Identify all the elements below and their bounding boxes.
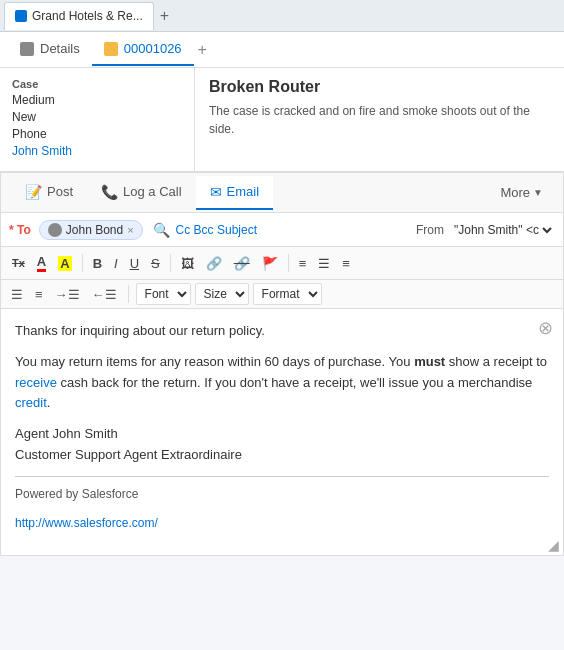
- sig-name: Agent John Smith: [15, 426, 118, 441]
- browser-tabs: Grand Hotels & Re... +: [0, 0, 564, 32]
- unlink-icon: 🔗: [234, 256, 250, 271]
- to-label: * To: [9, 223, 31, 237]
- browser-tab-label: Grand Hotels & Re...: [32, 9, 143, 23]
- from-label: From: [416, 223, 444, 237]
- email-icon: ✉: [210, 184, 222, 200]
- sig-title: Customer Support Agent Extraordinaire: [15, 447, 242, 462]
- powered-by: Powered by Salesforce: [15, 485, 549, 504]
- browser-tab-grand-hotels[interactable]: Grand Hotels & Re...: [4, 2, 154, 30]
- chevron-down-icon: ▼: [533, 187, 543, 198]
- indent-icon: →☰: [55, 287, 80, 302]
- separator-3: [288, 254, 289, 272]
- ordered-list-button[interactable]: ≡: [31, 285, 47, 304]
- tab-details-label: Details: [40, 41, 80, 56]
- align-right-button[interactable]: ≡: [337, 253, 355, 274]
- format-select[interactable]: Format: [253, 283, 322, 305]
- underline-icon: U: [130, 256, 139, 271]
- tab-email-label: Email: [227, 184, 260, 199]
- align-left-icon: ≡: [299, 256, 307, 271]
- highlight-icon: A: [58, 256, 71, 271]
- separator-2: [170, 254, 171, 272]
- case-icon: [104, 42, 118, 56]
- link-button[interactable]: 🔗: [201, 253, 227, 274]
- italic-icon: I: [114, 256, 118, 271]
- strikethrough-icon: S: [151, 256, 160, 271]
- email-signature: Agent John Smith Customer Support Agent …: [15, 424, 549, 466]
- image-button[interactable]: 🖼: [176, 253, 199, 274]
- email-line-1: Thanks for inquiring about our return po…: [15, 321, 549, 342]
- email-editor-wrapper: ⊗ Thanks for inquiring about our return …: [1, 309, 563, 555]
- editor-toolbar-1: Tx A A B I U S 🖼 🔗 🔗 🚩 ≡ ☰ ≡: [1, 247, 563, 280]
- resize-handle[interactable]: ◢: [548, 537, 559, 553]
- page-tabs: Details 00001026 +: [0, 32, 564, 68]
- activity-panel: 📝 Post 📞 Log a Call ✉ Email More ▼ * To …: [0, 172, 564, 556]
- case-description: The case is cracked and on fire and smok…: [209, 102, 550, 138]
- tab-details[interactable]: Details: [8, 33, 92, 66]
- remove-recipient-button[interactable]: ×: [127, 224, 133, 236]
- italic-button[interactable]: I: [109, 253, 123, 274]
- flag-button[interactable]: 🚩: [257, 253, 283, 274]
- recipient-chip: John Bond ×: [39, 220, 143, 240]
- separator-4: [128, 285, 129, 303]
- phone-icon: 📞: [101, 184, 118, 200]
- post-icon: 📝: [25, 184, 42, 200]
- more-button[interactable]: More ▼: [490, 179, 553, 206]
- recipient-avatar: [48, 223, 62, 237]
- cc-bcc-subject-link[interactable]: Cc Bcc Subject: [176, 223, 257, 237]
- tab-post[interactable]: 📝 Post: [11, 176, 87, 210]
- indent-button[interactable]: →☰: [51, 285, 84, 304]
- case-type-label: Case: [12, 78, 182, 90]
- add-page-tab-button[interactable]: +: [198, 41, 207, 59]
- unordered-list-icon: ☰: [11, 287, 23, 302]
- font-family-select[interactable]: Font: [136, 283, 191, 305]
- case-agent-link[interactable]: John Smith: [12, 144, 182, 158]
- case-channel: Phone: [12, 127, 182, 141]
- from-select[interactable]: "John Smith" <c: [450, 222, 555, 238]
- align-center-button[interactable]: ☰: [313, 253, 335, 274]
- align-right-icon: ≡: [342, 256, 350, 271]
- flag-icon: 🚩: [262, 256, 278, 271]
- outdent-button[interactable]: ←☰: [88, 285, 121, 304]
- case-medium: Medium: [12, 93, 182, 107]
- font-size-select[interactable]: Size: [195, 283, 249, 305]
- strikethrough-button[interactable]: S: [146, 253, 165, 274]
- recipient-name: John Bond: [66, 223, 123, 237]
- compose-area: * To John Bond × 🔍 Cc Bcc Subject From "…: [1, 213, 563, 555]
- tab-post-label: Post: [47, 184, 73, 199]
- action-tabs: 📝 Post 📞 Log a Call ✉ Email More ▼: [1, 173, 563, 213]
- tab-email[interactable]: ✉ Email: [196, 176, 274, 210]
- recipient-search-button[interactable]: 🔍: [153, 222, 170, 238]
- outdent-icon: ←☰: [92, 287, 117, 302]
- highlight-button[interactable]: A: [53, 253, 76, 274]
- align-center-icon: ☰: [318, 256, 330, 271]
- tab-log-call-label: Log a Call: [123, 184, 182, 199]
- salesforce-link: http://www.salesforce.com/: [15, 514, 549, 533]
- font-color-icon: A: [37, 254, 46, 272]
- tab-case-00001026[interactable]: 00001026: [92, 33, 194, 66]
- case-detail: Broken Router The case is cracked and on…: [195, 68, 564, 171]
- bold-icon: B: [93, 256, 102, 271]
- tab-case-label: 00001026: [124, 41, 182, 56]
- clear-formatting-button[interactable]: Tx: [7, 254, 30, 272]
- close-editor-button[interactable]: ⊗: [538, 317, 553, 339]
- align-left-button[interactable]: ≡: [294, 253, 312, 274]
- ordered-list-icon: ≡: [35, 287, 43, 302]
- recipients-row: * To John Bond × 🔍 Cc Bcc Subject From "…: [1, 213, 563, 247]
- add-browser-tab-button[interactable]: +: [160, 7, 169, 25]
- editor-toolbar-2: ☰ ≡ →☰ ←☰ Font Size Format: [1, 280, 563, 309]
- bold-button[interactable]: B: [88, 253, 107, 274]
- case-status: New: [12, 110, 182, 124]
- clear-format-icon: Tx: [12, 257, 25, 269]
- separator-1: [82, 254, 83, 272]
- email-line-2: You may return items for any reason with…: [15, 352, 549, 414]
- link-icon: 🔗: [206, 256, 222, 271]
- signature-divider: [15, 476, 549, 477]
- tab-log-call[interactable]: 📞 Log a Call: [87, 176, 196, 210]
- image-icon: 🖼: [181, 256, 194, 271]
- unordered-list-button[interactable]: ☰: [7, 285, 27, 304]
- email-editor[interactable]: ⊗ Thanks for inquiring about our return …: [1, 309, 563, 555]
- details-icon: [20, 42, 34, 56]
- underline-button[interactable]: U: [125, 253, 144, 274]
- font-color-button[interactable]: A: [32, 251, 51, 275]
- unlink-button[interactable]: 🔗: [229, 253, 255, 274]
